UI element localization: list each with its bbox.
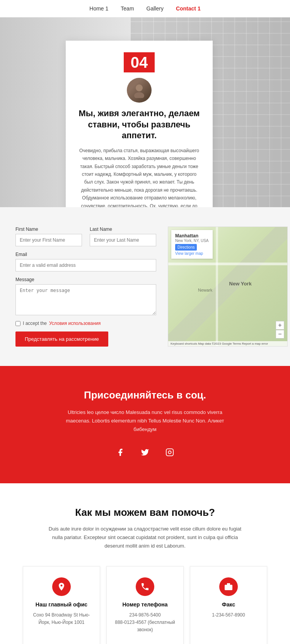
hero-section: 04 Мы, живя элегантно, делаем ставни, чт… <box>0 17 290 207</box>
help-section: Как мы можем вам помочь? Duis aute irure… <box>0 483 290 644</box>
phone-text: 234-9876-5400888-0123-4567 (бесплатный з… <box>113 611 177 634</box>
last-name-label: Last Name <box>90 227 156 232</box>
contact-form: First Name Last Name Email Message I acc… <box>15 227 168 347</box>
avatar <box>127 78 152 103</box>
help-text: Duis aute irure dolor in осуждении за сл… <box>44 525 246 550</box>
help-title: Как мы можем вам помочь? <box>15 507 275 519</box>
phone-icon <box>136 577 154 596</box>
instagram-icon[interactable] <box>162 445 177 460</box>
hero-number: 04 <box>131 54 148 71</box>
name-row: First Name Last Name <box>15 227 156 246</box>
nav-team[interactable]: Team <box>121 5 134 12</box>
info-cards: Наш главный офис Сохо 94 Broadway St Нью… <box>15 566 275 644</box>
hero-title: Мы, живя элегантно, делаем ставни, чтобы… <box>77 108 201 141</box>
map-overlay: Manhattan New York, NY, USA Directions V… <box>171 230 213 259</box>
map-subtitle: New York, NY, USA <box>175 239 209 243</box>
map-directions-btn[interactable]: Directions <box>175 244 197 251</box>
social-title: Присоединяйтесь в соц. <box>15 389 275 401</box>
first-name-group: First Name <box>15 227 82 246</box>
svg-point-0 <box>136 84 143 91</box>
hero-card: 04 Мы, живя элегантно, делаем ставни, чт… <box>66 41 213 207</box>
phone-title: Номер телефона <box>113 601 177 608</box>
social-text: Ultricies leo целое число Malesuada nunc… <box>64 408 226 434</box>
map-zoom-controls: + − <box>276 321 284 338</box>
nav-home[interactable]: Home 1 <box>89 5 108 12</box>
facebook-icon[interactable] <box>113 445 128 460</box>
checkbox-row: I accept the Условия использования <box>15 321 156 326</box>
svg-rect-4 <box>225 585 232 590</box>
map-view-larger-link[interactable]: View larger map <box>175 251 209 256</box>
terms-link[interactable]: Условия использования <box>49 321 101 326</box>
last-name-group: Last Name <box>90 227 156 246</box>
fax-title: Факс <box>196 601 261 608</box>
first-name-input[interactable] <box>15 234 82 246</box>
message-input[interactable] <box>15 284 156 315</box>
info-card-phone: Номер телефона 234-9876-5400888-0123-456… <box>106 566 184 644</box>
message-label: Message <box>15 277 156 282</box>
svg-rect-2 <box>166 449 173 456</box>
message-group: Message <box>15 277 156 315</box>
email-group: Email <box>15 252 156 271</box>
info-card-fax: Факс 1-234-567-8900 <box>190 566 267 644</box>
map-footer: Keyboard shortcuts Map data ©2023 Google… <box>168 341 287 346</box>
nav-gallery[interactable]: Gallery <box>147 5 164 12</box>
email-input[interactable] <box>15 259 156 271</box>
map-zoom-in[interactable]: + <box>276 321 284 330</box>
fax-text: 1-234-567-8900 <box>196 611 261 619</box>
email-label: Email <box>15 252 156 257</box>
checkbox-text: I accept the <box>23 321 47 326</box>
map-newark-label: Newark <box>198 288 212 292</box>
twitter-icon[interactable] <box>137 445 153 460</box>
navigation: Home 1 Team Gallery Contact 1 <box>0 0 290 17</box>
terms-checkbox[interactable] <box>15 321 20 326</box>
svg-point-1 <box>134 92 144 98</box>
hero-body: Очевидно, прибыла статья, выражающая выс… <box>77 147 201 207</box>
map-city-label: New York <box>229 281 252 287</box>
office-text: Сохо 94 Broadway St Нью-Йорк, Нью-Йорк 1… <box>29 611 94 626</box>
social-icons <box>15 445 275 460</box>
nav-contact[interactable]: Contact 1 <box>176 5 201 12</box>
info-card-office: Наш главный офис Сохо 94 Broadway St Нью… <box>23 566 100 644</box>
map-container: New York Newark Manhattan New York, NY, … <box>168 227 288 347</box>
last-name-input[interactable] <box>90 234 156 246</box>
map: New York Newark Manhattan New York, NY, … <box>168 227 287 346</box>
map-title: Manhattan <box>175 233 209 239</box>
contact-section: First Name Last Name Email Message I acc… <box>0 207 290 366</box>
hero-number-box: 04 <box>124 52 155 72</box>
submit-button[interactable]: Представлять на рассмотрение <box>15 331 108 347</box>
map-footer-text: Keyboard shortcuts Map data ©2023 Google… <box>171 342 268 345</box>
office-title: Наш главный офис <box>29 601 94 608</box>
map-zoom-out[interactable]: − <box>276 330 284 338</box>
first-name-label: First Name <box>15 227 82 232</box>
social-section: Присоединяйтесь в соц. Ultricies leo цел… <box>0 366 290 483</box>
location-icon <box>52 577 71 596</box>
fax-icon <box>219 577 238 596</box>
